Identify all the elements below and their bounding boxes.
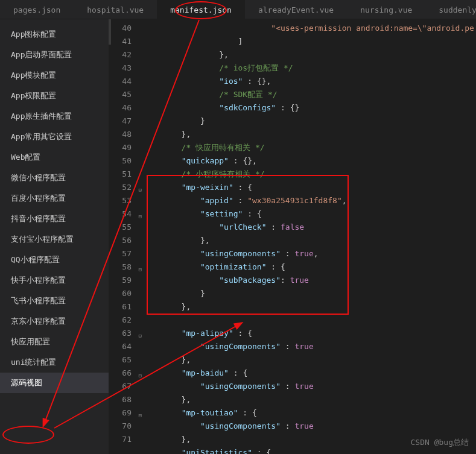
code-line[interactable]: "usingComponents" : true — [144, 380, 476, 393]
sidebar-item-2[interactable]: App模块配置 — [0, 65, 109, 86]
watermark: CSDN @bug总结 — [411, 437, 469, 448]
code-line[interactable]: "setting" : { — [144, 207, 476, 221]
tab-alreadyEvent-vue[interactable]: alreadyEvent.vue — [245, 0, 347, 19]
line-number: 68 — [109, 393, 144, 406]
code-line[interactable]: "quickapp" : {}, — [144, 154, 476, 168]
line-gutter: 40414243444546474849505152⊟5354⊟55565758… — [109, 19, 144, 454]
code-line[interactable]: "usingComponents" : true, — [144, 247, 476, 260]
line-number: 43 — [109, 61, 144, 75]
line-number: 71 — [109, 433, 144, 446]
line-number: 67 — [109, 380, 144, 393]
sidebar-item-12[interactable]: 快手小程序配置 — [0, 270, 109, 291]
code-line[interactable]: "usingComponents" : true — [144, 420, 476, 433]
code-line[interactable]: }, — [144, 234, 476, 247]
line-number: 64 — [109, 340, 144, 353]
code-line[interactable]: /* SDK配置 */ — [144, 88, 476, 101]
line-number: 54⊟ — [109, 207, 144, 221]
line-number: 45 — [109, 88, 144, 101]
line-number: 50 — [109, 154, 144, 168]
sidebar-item-10[interactable]: 支付宝小程序配置 — [0, 229, 109, 250]
line-number: 62 — [109, 314, 144, 327]
sidebar-item-15[interactable]: 快应用配置 — [0, 332, 109, 352]
code-line[interactable]: } — [144, 287, 476, 300]
line-number: 58⊟ — [109, 260, 144, 274]
sidebar-item-11[interactable]: QQ小程序配置 — [0, 250, 109, 270]
tab-manifest-json[interactable]: manifest.json — [157, 0, 245, 19]
fold-icon[interactable]: ⊟ — [136, 369, 142, 375]
tab-bar: pages.jsonhospital.vuemanifest.jsonalrea… — [0, 0, 476, 19]
line-number: 51 — [109, 168, 144, 181]
code-line[interactable]: "usingComponents" : true — [144, 340, 476, 353]
sidebar-item-17[interactable]: 源码视图 — [0, 373, 109, 393]
code-line[interactable]: "optimization" : { — [144, 260, 476, 274]
sidebar-item-0[interactable]: App图标配置 — [0, 24, 109, 45]
line-number: 48 — [109, 128, 144, 141]
sidebar-item-8[interactable]: 百度小程序配置 — [0, 188, 109, 209]
code-line[interactable]: "mp-weixin" : { — [144, 181, 476, 194]
code-line[interactable]: ] — [144, 35, 476, 48]
code-line[interactable]: } — [144, 115, 476, 128]
code-line[interactable]: "mp-toutiao" : { — [144, 406, 476, 420]
fold-icon[interactable]: ⊟ — [136, 329, 142, 335]
line-number: 59 — [109, 274, 144, 287]
sidebar-item-9[interactable]: 抖音小程序配置 — [0, 209, 109, 229]
manifest-sidebar: App图标配置App启动界面配置App模块配置App权限配置App原生插件配置A… — [0, 19, 109, 454]
line-number: 66⊟ — [109, 367, 144, 380]
code-line[interactable]: /* 快应用特有相关 */ — [144, 141, 476, 154]
code-line[interactable]: }, — [144, 48, 476, 61]
code-line[interactable]: }, — [144, 393, 476, 406]
sidebar-item-13[interactable]: 飞书小程序配置 — [0, 291, 109, 311]
line-number: 42 — [109, 48, 144, 61]
code-line[interactable]: /* ios打包配置 */ — [144, 61, 476, 75]
line-number: 41 — [109, 35, 144, 48]
code-line[interactable]: "<uses-permission android:name=\"android… — [144, 22, 476, 35]
line-number: 63⊟ — [109, 327, 144, 340]
line-number: 60 — [109, 287, 144, 300]
fold-icon[interactable]: ⊟ — [136, 263, 142, 269]
code-line[interactable]: "ios" : {}, — [144, 75, 476, 88]
fold-icon[interactable]: ⊟ — [136, 183, 142, 189]
line-number: 46 — [109, 101, 144, 115]
code-line[interactable]: "sdkConfigs" : {} — [144, 101, 476, 115]
code-line[interactable]: "subPackages": true — [144, 274, 476, 287]
code-line[interactable]: }, — [144, 128, 476, 141]
line-number: 70 — [109, 420, 144, 433]
code-line[interactable] — [144, 314, 476, 327]
line-number: 69⊟ — [109, 406, 144, 420]
code-line[interactable]: "appid" : "wx30a254931c1fd8f8", — [144, 194, 476, 207]
sidebar-item-3[interactable]: App权限配置 — [0, 86, 109, 106]
code-line[interactable]: "urlCheck" : false — [144, 221, 476, 234]
code-line[interactable]: }, — [144, 353, 476, 367]
sidebar-item-4[interactable]: App原生插件配置 — [0, 106, 109, 127]
line-number: 61 — [109, 300, 144, 314]
line-number: 40 — [109, 22, 144, 35]
line-number: 53 — [109, 194, 144, 207]
line-number: 44 — [109, 75, 144, 88]
sidebar-item-7[interactable]: 微信小程序配置 — [0, 168, 109, 188]
fold-icon[interactable]: ⊟ — [136, 210, 142, 216]
code-line[interactable]: "mp-baidu" : { — [144, 367, 476, 380]
fold-icon[interactable]: ⊟ — [136, 409, 142, 415]
line-number: 52⊟ — [109, 181, 144, 194]
line-number: 49 — [109, 141, 144, 154]
sidebar-item-6[interactable]: Web配置 — [0, 147, 109, 168]
tab-suddenly-v[interactable]: suddenly.v — [425, 0, 476, 19]
sidebar-item-5[interactable]: App常用其它设置 — [0, 127, 109, 147]
line-number: 55 — [109, 221, 144, 234]
code-line[interactable]: /* 小程序特有相关 */ — [144, 168, 476, 181]
line-number: 57 — [109, 247, 144, 260]
line-number: 65 — [109, 353, 144, 367]
tab-pages-json[interactable]: pages.json — [0, 0, 74, 19]
code-line[interactable]: "mp-alipay" : { — [144, 327, 476, 340]
tab-hospital-vue[interactable]: hospital.vue — [74, 0, 157, 19]
sidebar-item-16[interactable]: uni统计配置 — [0, 352, 109, 373]
sidebar-item-14[interactable]: 京东小程序配置 — [0, 311, 109, 332]
sidebar-item-1[interactable]: App启动界面配置 — [0, 45, 109, 65]
code-line[interactable]: }, — [144, 300, 476, 314]
code-area[interactable]: "<uses-permission android:name=\"android… — [144, 19, 476, 454]
line-number: 56 — [109, 234, 144, 247]
tab-nursing-vue[interactable]: nursing.vue — [347, 0, 425, 19]
code-editor[interactable]: 40414243444546474849505152⊟5354⊟55565758… — [109, 19, 476, 454]
line-number: 47 — [109, 115, 144, 128]
